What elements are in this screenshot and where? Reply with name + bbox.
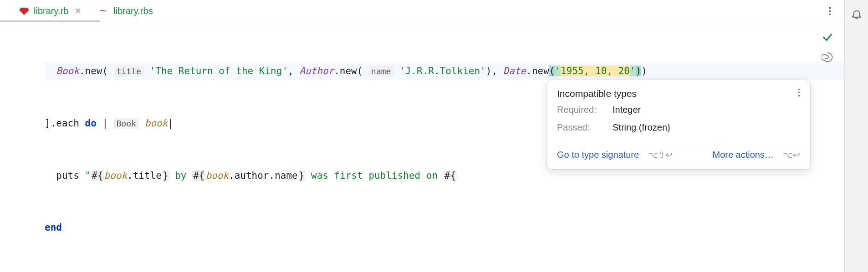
more-actions-link[interactable]: More actions… xyxy=(713,150,774,160)
shortcut-hint: ⌥⇧↩ xyxy=(648,150,673,160)
tooltip-title: Incompatible types xyxy=(557,88,637,99)
code-line: end xyxy=(45,219,844,236)
inspection-ok-icon[interactable] xyxy=(822,31,833,45)
tab-filename: library.rb xyxy=(34,6,68,16)
tooltip-row-required: Required: Integer xyxy=(547,101,810,119)
svg-point-3 xyxy=(798,89,800,91)
inspection-tooltip: Incompatible types Required: Integer Pas… xyxy=(546,80,811,170)
code-line: Book.new( title 'The Return of the King'… xyxy=(45,62,844,80)
goto-type-signature-link[interactable]: Go to type signature xyxy=(557,150,639,160)
svg-point-1 xyxy=(829,10,831,12)
svg-point-5 xyxy=(798,95,800,97)
tooltip-more-icon[interactable] xyxy=(798,88,800,97)
tab-library-rb[interactable]: library.rb ✕ xyxy=(11,1,92,21)
notifications-icon[interactable] xyxy=(851,7,863,19)
editor-tab-bar: library.rb ✕ library.rbs xyxy=(0,0,844,22)
tab-filename: library.rbs xyxy=(113,6,153,16)
svg-point-0 xyxy=(829,7,831,9)
code-editor[interactable]: Book.new( title 'The Return of the King'… xyxy=(0,22,844,272)
ruby-icon xyxy=(19,7,29,15)
shortcut-hint: ⌥↩ xyxy=(783,150,800,160)
tooltip-row-passed: Passed: String (frozen) xyxy=(547,119,810,136)
svg-point-4 xyxy=(798,92,800,94)
tab-library-rbs[interactable]: library.rbs xyxy=(92,0,161,22)
close-tab-icon[interactable]: ✕ xyxy=(73,6,83,16)
svg-point-2 xyxy=(829,13,831,15)
tab-overflow-icon[interactable] xyxy=(824,5,835,16)
right-tool-rail xyxy=(844,0,868,272)
